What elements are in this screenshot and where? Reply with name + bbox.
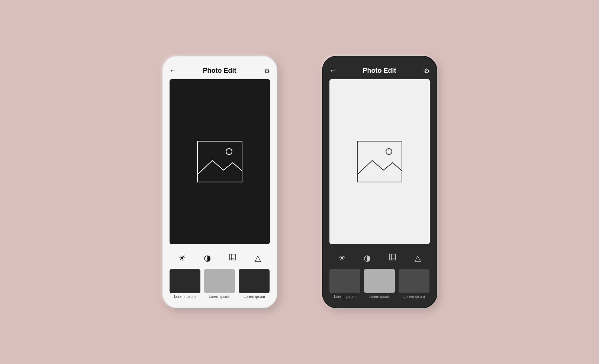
image-placeholder-light — [194, 137, 246, 186]
filter-thumb-2-dark — [364, 269, 395, 293]
crop-svg-light — [229, 253, 237, 261]
phone-light: ← Photo Edit ⚙ ☀ ◑ △ Lorem ipsum Lor — [162, 56, 277, 308]
filter-item-1-dark[interactable]: Lorem ipsum — [329, 269, 360, 299]
filter-label-2-light: Lorem ipsum — [209, 295, 231, 299]
svg-point-1 — [226, 149, 232, 155]
filter-label-2-dark: Lorem ipsum — [369, 295, 390, 299]
svg-rect-0 — [197, 141, 242, 182]
brightness-icon-dark[interactable]: ☀ — [338, 253, 346, 263]
filter-item-3-dark[interactable]: Lorem ipsum — [399, 269, 429, 299]
filter-item-2-dark[interactable]: Lorem ipsum — [364, 269, 395, 299]
filter-thumb-1-light — [170, 269, 200, 293]
adjust-icon-dark[interactable]: △ — [415, 253, 421, 263]
image-placeholder-dark — [354, 137, 406, 186]
filter-item-2-light[interactable]: Lorem ipsum — [204, 269, 235, 299]
back-button-light[interactable]: ← — [170, 67, 176, 75]
header-dark: ← Photo Edit ⚙ — [329, 64, 430, 79]
brightness-icon-light[interactable]: ☀ — [178, 253, 186, 263]
filter-row-dark: Lorem ipsum Lorem ipsum Lorem ipsum — [329, 266, 430, 300]
filter-label-1-dark: Lorem ipsum — [334, 295, 355, 299]
filter-row-light: Lorem ipsum Lorem ipsum Lorem ipsum — [170, 266, 270, 300]
svg-point-6 — [386, 149, 392, 155]
filter-thumb-1-dark — [329, 269, 360, 293]
crop-icon-dark[interactable] — [389, 253, 397, 263]
svg-rect-5 — [357, 141, 402, 182]
filter-thumb-2-light — [204, 269, 235, 293]
toolbar-dark: ☀ ◑ △ — [329, 250, 430, 266]
filter-label-1-light: Lorem ipsum — [174, 295, 196, 299]
filter-label-3-dark: Lorem ipsum — [403, 295, 425, 299]
contrast-icon-light[interactable]: ◑ — [204, 253, 211, 263]
filter-item-3-light[interactable]: Lorem ipsum — [239, 269, 270, 299]
contrast-icon-dark[interactable]: ◑ — [364, 253, 371, 263]
app-title-dark: Photo Edit — [363, 67, 396, 75]
svg-rect-2 — [230, 254, 236, 260]
toolbar-light: ☀ ◑ △ — [170, 250, 270, 266]
app-title-light: Photo Edit — [203, 67, 236, 75]
header-light: ← Photo Edit ⚙ — [170, 64, 270, 79]
crop-icon-light[interactable] — [229, 253, 237, 263]
settings-button-light[interactable]: ⚙ — [264, 67, 270, 75]
crop-svg-dark — [389, 253, 397, 261]
filter-thumb-3-light — [239, 269, 270, 293]
image-area-light — [170, 79, 270, 244]
back-button-dark[interactable]: ← — [329, 67, 336, 75]
adjust-icon-light[interactable]: △ — [255, 253, 261, 263]
phone-dark: ← Photo Edit ⚙ ☀ ◑ △ Lorem ipsum Lor — [322, 56, 437, 308]
filter-thumb-3-dark — [399, 269, 429, 293]
filter-label-3-light: Lorem ipsum — [244, 295, 265, 299]
filter-item-1-light[interactable]: Lorem ipsum — [170, 269, 200, 299]
settings-button-dark[interactable]: ⚙ — [424, 67, 430, 75]
image-area-dark — [329, 79, 430, 244]
svg-rect-7 — [390, 254, 396, 260]
